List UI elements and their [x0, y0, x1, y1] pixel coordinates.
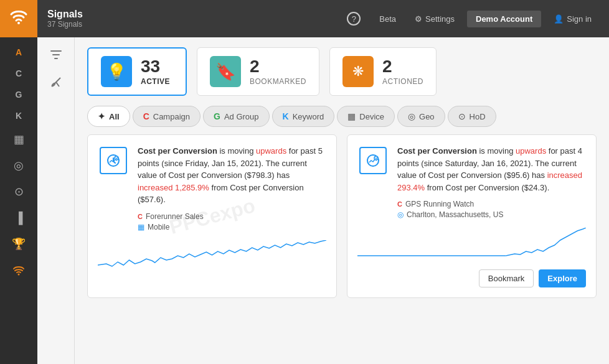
active-number: 33 — [141, 58, 170, 75]
tab-geo[interactable]: ◎ Geo — [397, 106, 445, 127]
nav-letter-g[interactable]: G — [6, 86, 31, 103]
bookmark-icon: 🔖 — [215, 62, 235, 82]
svg-point-6 — [115, 156, 118, 160]
signal-1-icon — [100, 147, 127, 174]
svg-point-0 — [17, 22, 20, 24]
bookmarked-icon-box: 🔖 — [210, 56, 241, 87]
help-button[interactable]: ? — [339, 8, 368, 29]
tab-hod[interactable]: ⊙ HoD — [448, 106, 496, 127]
signal-2-meta: C GPS Running Watch ◎ Charlton, Massachu… — [397, 200, 586, 219]
topbar: Signals 37 Signals ? Beta ⚙ Settings Dem… — [37, 0, 609, 37]
signal-1-change: increased 1,285.9% — [138, 183, 209, 192]
campaign-meta-icon: C — [138, 213, 143, 220]
signal-1-icon-area — [98, 145, 129, 176]
actioned-icon-box: ❋ — [342, 56, 374, 87]
signal-2-actions: Bookmark Explore — [357, 269, 586, 287]
help-icon: ? — [347, 12, 361, 26]
beta-button[interactable]: Beta — [373, 11, 402, 27]
topbar-actions: ? Beta ⚙ Settings Demo Account 👤 Sign in — [339, 8, 599, 29]
device-tab-icon: ▦ — [347, 111, 356, 121]
svg-point-8 — [374, 156, 378, 160]
signal-2-icon — [359, 147, 387, 174]
svg-line-3 — [56, 82, 59, 86]
adgroup-tab-icon: G — [214, 111, 220, 121]
nav-letter-list: A C G K ▦ ◎ ⊙ ▐ 🏆 — [0, 37, 37, 281]
all-tab-icon: ✦ — [98, 111, 105, 121]
account-label[interactable]: Demo Account — [467, 11, 541, 27]
signal-2-chart — [357, 228, 586, 262]
telescope-icon[interactable] — [44, 71, 68, 93]
tab-keyword[interactable]: K Keyword — [272, 106, 335, 127]
bookmark-button[interactable]: Bookmark — [479, 269, 534, 287]
keyword-tab-icon: K — [283, 111, 289, 121]
signal-2-meta-geo: ◎ Charlton, Massachusetts, US — [397, 210, 586, 219]
active-info: 33 Active — [141, 58, 170, 86]
actioned-icon: ❋ — [352, 63, 364, 80]
geo-tab-icon: ◎ — [408, 111, 415, 121]
hod-tab-icon: ⊙ — [458, 111, 466, 121]
nav-icon-table[interactable]: ▦ — [6, 128, 31, 151]
signin-button[interactable]: 👤 Sign in — [546, 11, 599, 27]
signal-1-metric: Cost per Conversion — [138, 146, 217, 156]
nav-icon-clock[interactable]: ⊙ — [6, 180, 31, 203]
signal-1-meta: C Forerunner Sales ▦ Mobile — [138, 212, 326, 231]
campaign-meta-icon-2: C — [397, 200, 402, 208]
bookmarked-label: Bookmarked — [250, 77, 306, 86]
tabs-bar: ✦ All C Campaign G Ad Group K Keyword ▦ — [75, 106, 609, 127]
signal-1-meta-device: ▦ Mobile — [138, 223, 326, 231]
left-navigation: A C G K ▦ ◎ ⊙ ▐ 🏆 — [0, 0, 37, 364]
signal-2-metric: Cost per Conversion — [397, 146, 477, 156]
signal-1-chart — [98, 240, 326, 274]
settings-button[interactable]: ⚙ Settings — [407, 11, 462, 27]
signals-grid: Cost per Conversion is moving upwards fo… — [75, 134, 609, 310]
nav-letter-c[interactable]: C — [6, 65, 31, 82]
geo-meta-icon: ◎ — [397, 210, 404, 219]
stats-bar: 💡 33 Active 🔖 2 Bookmarked — [75, 37, 609, 106]
bulb-icon: 💡 — [106, 62, 126, 82]
nav-letter-k[interactable]: K — [6, 107, 31, 124]
nav-icon-signals[interactable] — [6, 259, 31, 281]
app-title: Signals — [47, 9, 339, 20]
signal-2-geo-name: Charlton, Massachusetts, US — [407, 210, 503, 219]
stat-actioned[interactable]: ❋ 2 Actioned — [329, 47, 437, 96]
signal-2-direction: upwards — [516, 146, 546, 156]
filter-icon[interactable] — [44, 44, 68, 66]
signal-2-icon-area — [357, 145, 389, 176]
app-subtitle: 37 Signals — [47, 20, 339, 29]
logo-icon — [9, 7, 28, 30]
topbar-title-wrap: Signals 37 Signals — [47, 9, 339, 29]
active-icon-box: 💡 — [101, 56, 132, 87]
nav-icon-chart[interactable]: ▐ — [6, 207, 31, 229]
tab-campaign[interactable]: C Campaign — [133, 106, 201, 127]
explore-button[interactable]: Explore — [539, 269, 586, 287]
nav-icon-trophy[interactable]: 🏆 — [6, 233, 31, 255]
page-content: 💡 33 Active 🔖 2 Bookmarked — [75, 37, 609, 364]
signal-1-text: Cost per Conversion is moving upwards fo… — [138, 145, 326, 206]
signal-1-direction: upwards — [256, 146, 286, 156]
secondary-navigation — [37, 37, 75, 364]
nav-letter-a[interactable]: A — [6, 44, 31, 61]
signal-2-text: Cost per Conversion is moving upwards fo… — [397, 145, 586, 194]
signal-2-campaign-name: GPS Running Watch — [405, 200, 474, 208]
tab-all[interactable]: ✦ All — [87, 106, 130, 127]
signal-card-2: Cost per Conversion is moving upwards fo… — [347, 134, 597, 298]
nav-icon-location[interactable]: ◎ — [6, 154, 31, 177]
signal-card-1: Cost per Conversion is moving upwards fo… — [87, 134, 337, 298]
bookmarked-info: 2 Bookmarked — [250, 58, 306, 86]
tab-adgroup[interactable]: G Ad Group — [203, 106, 270, 127]
signal-1-campaign-name: Forerunner Sales — [146, 212, 204, 221]
settings-icon: ⚙ — [415, 14, 422, 24]
tab-device[interactable]: ▦ Device — [337, 106, 395, 127]
user-icon: 👤 — [554, 14, 564, 24]
campaign-tab-icon: C — [143, 111, 149, 121]
stat-active[interactable]: 💡 33 Active — [87, 47, 187, 96]
stat-bookmarked[interactable]: 🔖 2 Bookmarked — [197, 47, 319, 96]
main-content: Signals 37 Signals ? Beta ⚙ Settings Dem… — [37, 0, 609, 364]
svg-point-1 — [18, 274, 20, 276]
actioned-info: 2 Actioned — [382, 58, 423, 86]
logo[interactable] — [0, 0, 37, 37]
bookmarked-number: 2 — [250, 58, 306, 75]
device-meta-icon: ▦ — [138, 223, 144, 231]
content-area: 💡 33 Active 🔖 2 Bookmarked — [37, 37, 609, 364]
signal-2-meta-campaign: C GPS Running Watch — [397, 200, 586, 208]
